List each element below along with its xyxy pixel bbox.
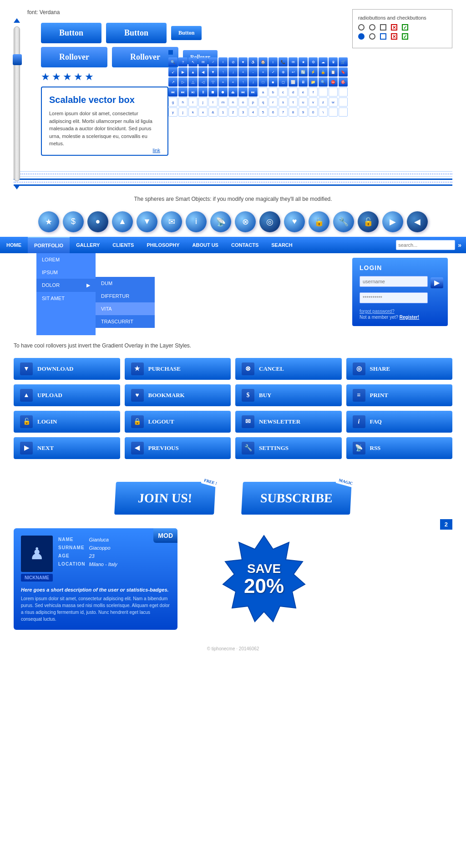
radio-filled-1[interactable] <box>358 33 365 40</box>
sphere-mail[interactable]: ✉ <box>161 211 182 232</box>
sphere-lock[interactable]: 🔒 <box>309 211 329 232</box>
button-lg-1[interactable]: Button <box>41 23 101 43</box>
checkbox-check-1[interactable]: ✓ <box>402 24 408 31</box>
forgot-password-link[interactable]: forgot password? <box>360 309 441 314</box>
vertical-slider[interactable] <box>14 18 20 189</box>
sphere-back[interactable]: ◀ <box>407 211 428 232</box>
settings-button[interactable]: 🔧 SETTINGS <box>235 437 342 459</box>
sphere-wrench[interactable]: 🔧 <box>333 211 354 232</box>
sphere-heart[interactable]: ♥ <box>284 211 305 232</box>
cancel-label: CANCEL <box>259 365 284 373</box>
star-4[interactable]: ★ <box>74 71 83 83</box>
nav-item-philosophy[interactable]: PHILOSOPHY <box>140 237 186 253</box>
settings-label: SETTINGS <box>259 444 289 452</box>
sphere-target[interactable]: ◎ <box>259 211 280 232</box>
profile-desc-text: Lorem ipsum dolor sit amet, consectetur … <box>21 595 170 623</box>
login-title: LOGIN <box>360 264 441 271</box>
sphere-star[interactable]: ★ <box>38 211 59 232</box>
sphere-info[interactable]: i <box>186 211 207 232</box>
star-3[interactable]: ★ <box>63 71 72 83</box>
checkbox-x-1[interactable]: ✕ <box>391 24 397 31</box>
checkbox-empty-1[interactable] <box>380 24 386 31</box>
login-action-button[interactable]: 🔓 LOGIN <box>14 411 120 433</box>
dropdown-item-sitamet[interactable]: SIT AMET <box>36 292 96 305</box>
username-field[interactable] <box>360 276 428 287</box>
dropdown-item-dolor[interactable]: DOLOR ▶ <box>36 279 96 292</box>
sphere-rss[interactable]: 📡 <box>210 211 231 232</box>
nav-item-search[interactable]: SEARCH <box>265 237 299 253</box>
register-link[interactable]: Register! <box>400 315 419 320</box>
share-button[interactable]: ◎ SHARE <box>346 358 453 380</box>
purchase-button[interactable]: ★ PURCHASE <box>125 358 231 380</box>
sphere-play[interactable]: ▶ <box>382 211 403 232</box>
sub-item-dum[interactable]: DUM <box>96 277 155 290</box>
sphere-x[interactable]: ⊗ <box>235 211 256 232</box>
radio-checkbox-panel: radiobuttons and checkbuttons ✕ ✓ ✕ ✓ <box>352 9 452 48</box>
checkbox-check-2[interactable]: ✓ <box>402 33 408 40</box>
radio-empty-3[interactable] <box>369 33 375 40</box>
login-play-button[interactable]: ▶ <box>431 277 443 288</box>
button-md-1[interactable]: Button <box>106 23 167 43</box>
icon-cell: n <box>228 97 238 107</box>
star-2[interactable]: ★ <box>52 71 61 83</box>
newsletter-button[interactable]: ✉ NEWSLETTER <box>235 411 342 433</box>
icon-cell: i <box>188 97 198 107</box>
join-us-button[interactable]: JOIN US! FREE ! <box>114 482 216 515</box>
dropdown-item-ipsum[interactable]: IPSUM <box>36 266 96 279</box>
radio-empty-2[interactable] <box>369 24 375 31</box>
nav-item-home[interactable]: HOME <box>0 237 28 253</box>
icon-cell: \ <box>319 107 328 117</box>
sub-item-trascurrit[interactable]: TRASCURRIT <box>96 315 155 328</box>
password-field[interactable] <box>360 292 428 303</box>
slider-arrow-up-icon[interactable] <box>14 18 20 23</box>
nav-search-arrows[interactable]: » <box>455 241 464 249</box>
icon-cell: ↑ <box>238 77 248 87</box>
nav-search-input[interactable] <box>396 240 455 250</box>
sub-item-differtur[interactable]: DIFFERTUR <box>96 290 155 302</box>
nav-item-about[interactable]: ABOUT US <box>186 237 225 253</box>
slider-arrow-down-icon[interactable] <box>14 185 20 189</box>
radio-empty-1[interactable] <box>358 24 365 31</box>
nav-item-gallery[interactable]: GALLERY <box>70 237 106 253</box>
sep-solid-1 <box>14 179 452 180</box>
name-value: Gianluca <box>89 536 121 544</box>
checkbox-empty-2[interactable] <box>380 33 386 40</box>
rss-button[interactable]: 📡 RSS <box>346 437 453 459</box>
checkbox-x-2[interactable]: ✕ <box>391 33 397 40</box>
icon-cell: □ <box>258 77 268 87</box>
slider-track[interactable] <box>14 26 20 181</box>
slider-thumb[interactable] <box>13 54 22 65</box>
nav-item-portfolio[interactable]: PORTFOLIO <box>28 237 70 253</box>
upload-icon: ▲ <box>20 389 33 402</box>
previous-button[interactable]: ◀ PREVIOUS <box>125 437 231 459</box>
icon-cell: ↙ <box>168 67 177 77</box>
faq-button[interactable]: i FAQ <box>346 411 453 433</box>
rollover-lg-1[interactable]: Rollover <box>41 47 107 67</box>
sphere-lock2[interactable]: 🔓 <box>358 211 379 232</box>
save-badge-area: SAVE 20% <box>187 528 341 630</box>
star-5[interactable]: ★ <box>85 71 94 83</box>
icon-cell: ⏮ <box>238 87 248 97</box>
bookmark-button[interactable]: ♥ BOOKMARK <box>125 384 231 406</box>
subscribe-button[interactable]: SUBSCRIBE MAGIC <box>241 482 352 515</box>
sphere-dollar[interactable]: $ <box>63 211 84 232</box>
upload-button[interactable]: ▲ UPLOAD <box>14 384 120 406</box>
button-sm-1[interactable]: Button <box>171 26 202 40</box>
sphere-up[interactable]: ▲ <box>112 211 133 232</box>
sphere-circle[interactable]: ● <box>87 211 108 232</box>
cancel-button[interactable]: ⊗ CANCEL <box>235 358 342 380</box>
scalable-box-link[interactable]: link <box>152 148 160 153</box>
nav-item-clients[interactable]: CLIENTS <box>106 237 140 253</box>
dropdown-item-lorem[interactable]: LOREM <box>36 253 96 266</box>
nav-item-contacts[interactable]: CONTACTS <box>225 237 265 253</box>
logout-button[interactable]: 🔒 LOGOUT <box>125 411 231 433</box>
buy-button[interactable]: $ BUY <box>235 384 342 406</box>
print-button[interactable]: ≡ PRINT <box>346 384 453 406</box>
star-1[interactable]: ★ <box>41 71 50 83</box>
download-button[interactable]: ▼ DOWNLOAD <box>14 358 120 380</box>
sphere-down[interactable]: ▼ <box>137 211 157 232</box>
next-button[interactable]: ▶ NEXT <box>14 437 120 459</box>
sub-item-vita[interactable]: VITA <box>96 302 155 315</box>
icon-cell: 🎯 <box>339 77 348 87</box>
faq-label: FAQ <box>370 418 382 425</box>
